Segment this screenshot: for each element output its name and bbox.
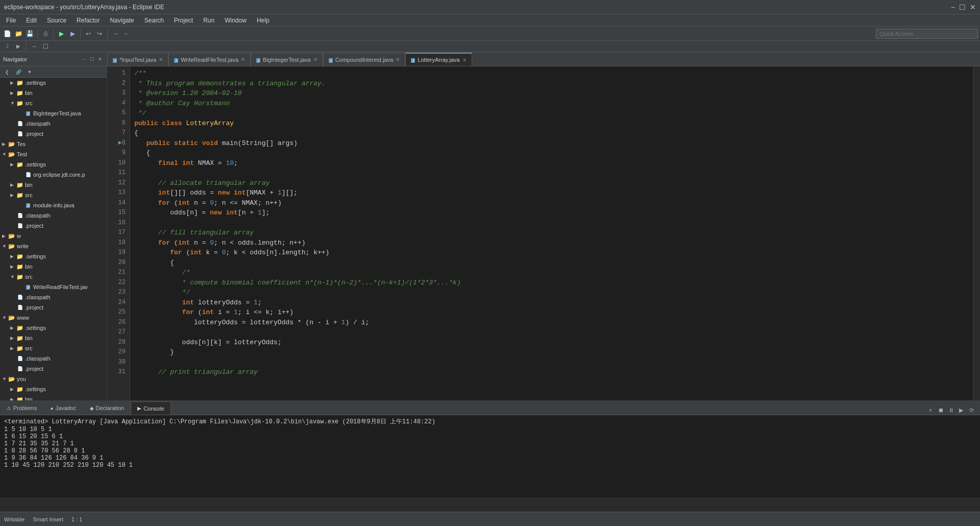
tree-item-classpath2[interactable]: 📄.classpath xyxy=(0,210,107,221)
sidebar-menu[interactable]: ▼ xyxy=(24,67,35,77)
tree-item-src3[interactable]: ▼📁src xyxy=(0,272,107,282)
link-with-editor[interactable]: 🔗 xyxy=(13,67,23,77)
console-btn-3[interactable]: ▶ xyxy=(957,405,966,415)
tree-item-write[interactable]: ▼📂write xyxy=(0,241,107,251)
tree-item-you[interactable]: ▼📂you xyxy=(0,374,107,384)
tree-item-w[interactable]: ▶📂w xyxy=(0,231,107,241)
sidebar-minimize[interactable]: − xyxy=(80,56,87,63)
line-num-10: 10 xyxy=(107,158,126,169)
editor-tab-bigintegertest[interactable]: JBigIntegerTest.java✕ xyxy=(251,53,323,66)
code-line-22: * compute binomial coefficient n*(n-1)*(… xyxy=(134,278,969,288)
editor-tab-inputtest[interactable]: J*InputTest.java✕ xyxy=(107,53,168,66)
collapse-all[interactable]: ❮ xyxy=(2,67,12,77)
perspective-debug[interactable]: ▶ xyxy=(13,41,23,52)
menu-item-run[interactable]: Run xyxy=(199,16,218,25)
sidebar-close[interactable]: ✕ xyxy=(96,56,104,63)
tree-item-classpath4[interactable]: 📄.classpath xyxy=(0,353,107,364)
tree-item-project3[interactable]: 📄.project xyxy=(0,302,107,313)
bottom-tab-javadoc[interactable]: ●Javadoc xyxy=(43,401,83,415)
perspective-java[interactable]: J xyxy=(2,41,12,52)
tab-close-compoundinterest[interactable]: ✕ xyxy=(396,57,400,62)
code-line-31: // print triangular array xyxy=(134,367,969,377)
tree-item-test[interactable]: ▼📂Test xyxy=(0,149,107,159)
tree-item-project2[interactable]: 📄.project xyxy=(0,221,107,231)
line-num-28: 28 xyxy=(107,338,126,348)
tree-item-www[interactable]: ▼📂www xyxy=(0,313,107,323)
tab-close-bigintegertest[interactable]: ✕ xyxy=(313,57,317,62)
tree-item-bin4[interactable]: ▶📁bin xyxy=(0,333,107,343)
tree-item-classpath3[interactable]: 📄.classpath xyxy=(0,292,107,302)
menu-item-window[interactable]: Window xyxy=(220,16,251,25)
tree-item-tes[interactable]: ▶📂Tes xyxy=(0,139,107,149)
console-btn-1[interactable]: ⏹ xyxy=(936,405,945,415)
console-btn-0[interactable]: × xyxy=(926,405,935,415)
maximize-view[interactable]: ☐ xyxy=(40,41,51,52)
tab-close-lotteryarray[interactable]: ✕ xyxy=(462,57,467,63)
code-line-24: int lotteryOdds = 1; xyxy=(134,298,969,308)
open-button[interactable]: 📁 xyxy=(13,29,23,39)
prev-button[interactable]: ← xyxy=(121,29,132,39)
minimize-view[interactable]: − xyxy=(29,41,39,52)
editor-tab-lotteryarray[interactable]: JLotteryArray.java✕ xyxy=(405,53,472,66)
tree-item-bin2[interactable]: ▶📁bin xyxy=(0,180,107,190)
print-button[interactable]: ⎙ xyxy=(40,29,51,39)
tree-icon-project4: 📄 xyxy=(16,365,23,372)
tree-item-writeread[interactable]: JWriteReadFileTest.jav xyxy=(0,282,107,292)
tab-close-writereadfile[interactable]: ✕ xyxy=(241,57,245,62)
tree-icon-src1: 📁 xyxy=(16,100,23,107)
bottom-tab-declaration[interactable]: ◆Declaration xyxy=(83,401,131,415)
menu-item-search[interactable]: Search xyxy=(140,16,168,25)
console-btn-4[interactable]: ⟳ xyxy=(967,405,976,415)
console-btn-2[interactable]: ⏸ xyxy=(946,405,955,415)
next-button[interactable]: → xyxy=(110,29,120,39)
save-button[interactable]: 💾 xyxy=(24,29,35,39)
tab-close-inputtest[interactable]: ✕ xyxy=(159,57,163,62)
tree-item-bin1[interactable]: ▶📁bin xyxy=(0,88,107,98)
bottom-tab-console[interactable]: ▶Console xyxy=(131,401,170,415)
maximize-button[interactable]: ☐ xyxy=(959,3,966,11)
menu-item-navigate[interactable]: Navigate xyxy=(106,16,138,25)
tree-item-classpath1[interactable]: 📄.classpath xyxy=(0,118,107,129)
menu-item-source[interactable]: Source xyxy=(43,16,70,25)
quick-access-box[interactable] xyxy=(876,29,978,39)
undo-button[interactable]: ↩ xyxy=(83,29,93,39)
token: ) / i; xyxy=(345,319,369,326)
tree-item-src1[interactable]: ▼📁src xyxy=(0,98,107,108)
tree-item-project4[interactable]: 📄.project xyxy=(0,364,107,374)
tree-item-settings2[interactable]: ▶📁.settings xyxy=(0,159,107,170)
run-button[interactable]: ▶ xyxy=(56,29,66,39)
tree-item-bin5[interactable]: ▶📁bin xyxy=(0,394,107,400)
code-editor[interactable]: 1234567►89101112131415161718192021222324… xyxy=(107,66,980,400)
tree-item-settings1[interactable]: ▶📁.settings xyxy=(0,78,107,88)
editor-tab-compoundinterest[interactable]: JCompoundInterest.java✕ xyxy=(323,53,406,66)
quick-access-input[interactable] xyxy=(879,31,974,37)
code-line-10: final int NMAX = 10; xyxy=(134,158,969,169)
menu-item-edit[interactable]: Edit xyxy=(22,16,41,25)
close-button[interactable]: ✕ xyxy=(970,3,976,11)
tree-item-org_eclipse[interactable]: 📄org.eclipse.jdt.core.p xyxy=(0,170,107,180)
tree-item-src2[interactable]: ▶📁src xyxy=(0,190,107,200)
minimize-button[interactable]: − xyxy=(951,3,955,11)
tree-item-settings3[interactable]: ▶📁.settings xyxy=(0,251,107,261)
menu-item-help[interactable]: Help xyxy=(253,16,274,25)
tree-item-settings4[interactable]: ▶📁.settings xyxy=(0,323,107,333)
menu-item-project[interactable]: Project xyxy=(170,16,197,25)
editor-scrollbar[interactable] xyxy=(973,66,980,400)
menu-item-refactor[interactable]: Refactor xyxy=(72,16,104,25)
tree-item-biginteger[interactable]: JBigIntegerTest.java xyxy=(0,108,107,118)
tree-item-src4[interactable]: ▶📁src xyxy=(0,343,107,353)
new-button[interactable]: 📄 xyxy=(2,29,12,39)
debug-button[interactable]: ▶ xyxy=(67,29,78,39)
code-content[interactable]: /** * This program demonstrates a triang… xyxy=(130,66,973,400)
tree-item-bin3[interactable]: ▶📁bin xyxy=(0,261,107,272)
editor-tab-writereadfile[interactable]: JWriteReadFileTest.java✕ xyxy=(168,53,251,66)
bottom-tab-problems[interactable]: ⚠Problems xyxy=(0,401,43,415)
redo-button[interactable]: ↪ xyxy=(94,29,105,39)
tree-item-moduleinfo[interactable]: Jmodule-info.java xyxy=(0,200,107,210)
sidebar-maximize[interactable]: ☐ xyxy=(88,56,95,63)
bottom-tab-label-console: Console xyxy=(143,405,164,412)
tree-icon-src2: 📁 xyxy=(16,192,23,199)
tree-item-settings5[interactable]: ▶📁.settings xyxy=(0,384,107,394)
menu-item-file[interactable]: File xyxy=(2,16,20,25)
tree-item-project1[interactable]: 📄.project xyxy=(0,129,107,139)
